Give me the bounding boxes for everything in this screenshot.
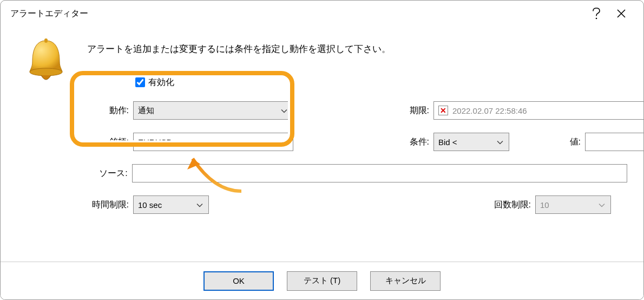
test-button-label: テスト (T) <box>304 276 340 286</box>
svg-rect-2 <box>44 38 48 43</box>
symbol-select[interactable]: EURUSD <box>133 133 293 151</box>
source-input[interactable] <box>132 164 627 182</box>
close-button[interactable] <box>609 1 634 26</box>
max-iterations-value: 10 <box>540 200 549 210</box>
cancel-button-label: キャンセル <box>385 276 426 286</box>
symbol-label: 銘柄: <box>49 136 133 148</box>
chevron-down-icon <box>497 138 503 147</box>
action-select[interactable]: 通知 <box>133 101 293 120</box>
value-input[interactable] <box>585 133 644 151</box>
source-label: ソース: <box>49 168 132 179</box>
enable-label: 有効化 <box>148 77 174 88</box>
enable-checkbox[interactable]: 有効化 <box>133 76 174 89</box>
enable-checkbox-input[interactable] <box>135 77 145 87</box>
condition-value: Bid < <box>438 138 457 147</box>
chevron-down-icon <box>196 200 203 210</box>
timeout-label: 時間制限: <box>49 199 133 211</box>
test-button[interactable]: テスト (T) <box>287 271 357 291</box>
expiration-value: 2022.02.07 22:58:46 <box>452 106 527 115</box>
action-label: 動作: <box>49 105 133 116</box>
close-icon <box>616 9 626 18</box>
svg-point-0 <box>596 18 597 19</box>
ok-button-label: OK <box>233 276 245 285</box>
help-icon <box>592 8 601 19</box>
symbol-value: EURUSD <box>138 138 172 147</box>
chevron-down-icon <box>599 200 605 210</box>
expiration-label: 期限: <box>396 105 433 116</box>
help-button[interactable] <box>584 1 609 26</box>
intro-text: アラートを追加または変更するには条件を指定し動作を選択して下さい。 <box>87 43 627 55</box>
ok-button[interactable]: OK <box>203 271 274 291</box>
chevron-down-icon <box>281 106 287 115</box>
condition-select[interactable]: Bid < <box>433 133 509 151</box>
alert-editor-dialog: アラートエディター <box>0 0 644 300</box>
max-iterations-select[interactable]: 10 <box>535 195 611 214</box>
expiration-field[interactable]: ✕ 2022.02.07 22:58:46 <box>433 101 644 120</box>
condition-label: 条件: <box>396 136 433 148</box>
titlebar: アラートエディター <box>1 1 643 27</box>
timeout-value: 10 sec <box>138 200 162 210</box>
action-value: 通知 <box>138 106 154 116</box>
max-iterations-label: 回数制限: <box>470 199 535 211</box>
dialog-footer: OK テスト (T) キャンセル <box>1 262 643 299</box>
value-label: 値: <box>509 136 585 148</box>
window-title: アラートエディター <box>10 8 584 19</box>
chevron-down-icon <box>281 138 287 147</box>
cancel-button[interactable]: キャンセル <box>370 271 441 291</box>
clear-expiration-icon[interactable]: ✕ <box>438 106 448 115</box>
timeout-select[interactable]: 10 sec <box>133 195 209 214</box>
